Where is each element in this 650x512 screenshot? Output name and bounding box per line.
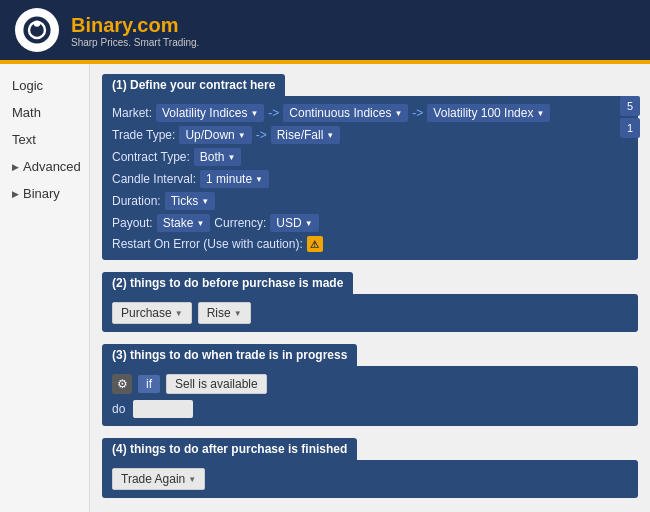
trade-again-button[interactable]: Trade Again: [112, 468, 205, 490]
sidebar-item-advanced[interactable]: Advanced: [0, 153, 89, 180]
logo-tagline: Sharp Prices. Smart Trading.: [71, 37, 199, 48]
restart-row: Restart On Error (Use with caution): ⚠: [112, 236, 628, 252]
section-4-body: Trade Again: [102, 460, 638, 498]
sidebar-label-math: Math: [12, 105, 41, 120]
sidebar-label-text: Text: [12, 132, 36, 147]
duration-dropdown[interactable]: Ticks: [165, 192, 215, 210]
sidebar-label-binary: Binary: [23, 186, 60, 201]
sidebar-label-advanced: Advanced: [23, 159, 81, 174]
candle-dropdown[interactable]: 1 minute: [200, 170, 269, 188]
stake-dropdown[interactable]: Stake: [157, 214, 211, 232]
trade-type-row: Trade Type: Up/Down -> Rise/Fall: [112, 126, 628, 144]
trade-type-label: Trade Type:: [112, 128, 175, 142]
sidebar-item-text[interactable]: Text: [0, 126, 89, 153]
main-content: (1) Define your contract here Market: Vo…: [90, 64, 650, 512]
sidebar: Logic Math Text Advanced Binary: [0, 64, 90, 512]
rise-button[interactable]: Rise: [198, 302, 251, 324]
candle-label: Candle Interval:: [112, 172, 196, 186]
do-block: [133, 400, 193, 418]
svg-point-2: [34, 20, 40, 26]
volatility-100-dropdown[interactable]: Volatility 100 Index: [427, 104, 550, 122]
section-4: (4) things to do after purchase is finis…: [102, 438, 638, 498]
market-row: Market: Volatility Indices -> Continuous…: [112, 104, 628, 122]
do-label: do: [112, 402, 125, 416]
continuous-indices-dropdown[interactable]: Continuous Indices: [283, 104, 408, 122]
currency-label: Currency:: [214, 216, 266, 230]
logo-text: Binary.com Sharp Prices. Smart Trading.: [71, 13, 199, 48]
sidebar-item-logic[interactable]: Logic: [0, 72, 89, 99]
contract-type-label: Contract Type:: [112, 150, 190, 164]
brand-accent: .com: [132, 14, 179, 36]
do-row: do: [112, 400, 628, 418]
section-4-header: (4) things to do after purchase is finis…: [102, 438, 357, 460]
restart-label: Restart On Error (Use with caution):: [112, 237, 303, 251]
section-3: (3) things to do when trade is in progre…: [102, 344, 638, 426]
section-2: (2) things to do before purchase is made…: [102, 272, 638, 332]
layout: Logic Math Text Advanced Binary (1) Defi…: [0, 64, 650, 512]
purchase-row: Purchase Rise: [112, 302, 628, 324]
section-3-header: (3) things to do when trade is in progre…: [102, 344, 357, 366]
rise-fall-dropdown[interactable]: Rise/Fall: [271, 126, 341, 144]
market-dropdown[interactable]: Volatility Indices: [156, 104, 264, 122]
sidebar-item-math[interactable]: Math: [0, 99, 89, 126]
contract-type-dropdown[interactable]: Both: [194, 148, 242, 166]
svg-point-0: [23, 16, 52, 45]
duration-label: Duration:: [112, 194, 161, 208]
sell-button[interactable]: Sell is available: [166, 374, 267, 394]
duration-row: Duration: Ticks: [112, 192, 628, 210]
logo-brand: Binary.com: [71, 13, 199, 37]
payout-row: Payout: Stake Currency: USD: [112, 214, 628, 232]
brand-name: Binary: [71, 14, 132, 36]
sidebar-label-logic: Logic: [12, 78, 43, 93]
section-3-body: ⚙ if Sell is available do: [102, 366, 638, 426]
header: Binary.com Sharp Prices. Smart Trading.: [0, 0, 650, 60]
section-1-body: Market: Volatility Indices -> Continuous…: [102, 96, 638, 260]
gear-button[interactable]: ⚙: [112, 374, 132, 394]
section-2-header: (2) things to do before purchase is made: [102, 272, 353, 294]
payout-label: Payout:: [112, 216, 153, 230]
sidebar-item-binary[interactable]: Binary: [0, 180, 89, 207]
arrow1: ->: [268, 106, 279, 120]
arrow3: ->: [256, 128, 267, 142]
section-2-body: Purchase Rise: [102, 294, 638, 332]
if-label: if: [138, 375, 160, 393]
logo-circle: [15, 8, 59, 52]
section-1-header: (1) Define your contract here: [102, 74, 285, 96]
currency-dropdown[interactable]: USD: [270, 214, 318, 232]
purchase-button[interactable]: Purchase: [112, 302, 192, 324]
contract-type-row: Contract Type: Both: [112, 148, 628, 166]
arrow2: ->: [412, 106, 423, 120]
side-num-1[interactable]: 1: [620, 118, 640, 138]
section-1: (1) Define your contract here Market: Vo…: [102, 74, 638, 260]
side-numbers: 5 1: [620, 96, 640, 138]
candle-row: Candle Interval: 1 minute: [112, 170, 628, 188]
side-num-5[interactable]: 5: [620, 96, 640, 116]
if-row: ⚙ if Sell is available: [112, 374, 628, 394]
trade-type-dropdown[interactable]: Up/Down: [179, 126, 251, 144]
warning-icon: ⚠: [307, 236, 323, 252]
market-label: Market:: [112, 106, 152, 120]
